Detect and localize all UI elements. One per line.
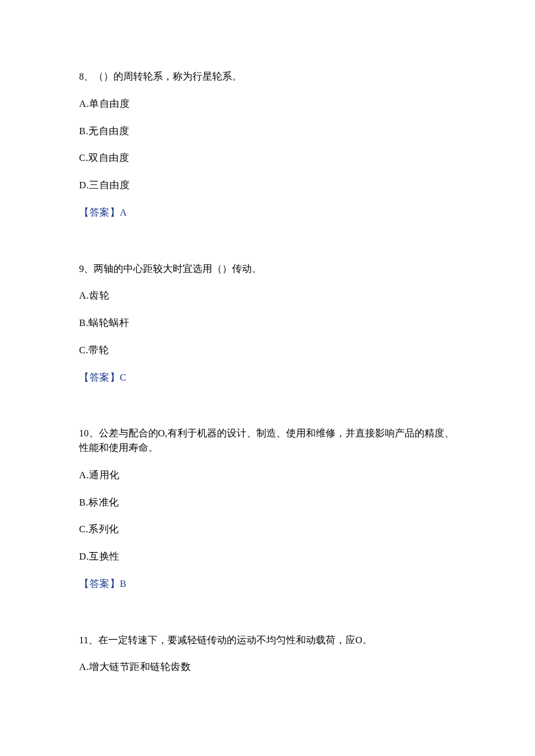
page: 8、（）的周转轮系，称为行星轮系。 A.单自由度 B.无自由度 C.双自由度 D… xyxy=(0,0,535,756)
answer-value: B xyxy=(120,578,127,589)
question-stem: 两轴的中心距较大时宜选用（）传动。 xyxy=(94,263,262,274)
option-b: B.无自由度 xyxy=(79,124,456,139)
option-label: D. xyxy=(79,180,89,191)
question-text: 8、（）的周转轮系，称为行星轮系。 xyxy=(79,70,456,84)
option-text: 标准化 xyxy=(88,497,119,508)
option-text: 互换性 xyxy=(89,551,120,562)
question-text: 9、两轴的中心距较大时宜选用（）传动。 xyxy=(79,262,456,277)
question-number: 11、 xyxy=(79,635,98,646)
question-11: 11、在一定转速下，要减轻链传动的运动不均匀性和动载荷，应O。 A.增大链节距和… xyxy=(79,633,456,675)
question-8: 8、（）的周转轮系，称为行星轮系。 A.单自由度 B.无自由度 C.双自由度 D… xyxy=(79,70,456,220)
option-d: D.三自由度 xyxy=(79,178,456,193)
question-number: 9、 xyxy=(79,263,94,274)
answer: 【答案】B xyxy=(79,577,456,592)
answer: 【答案】A xyxy=(79,206,456,220)
option-text: 增大链节距和链轮齿数 xyxy=(89,661,191,672)
option-label: C. xyxy=(79,152,88,163)
question-9: 9、两轴的中心距较大时宜选用（）传动。 A.齿轮 B.蜗轮蜗杆 C.带轮 【答案… xyxy=(79,262,456,385)
option-text: 三自由度 xyxy=(89,180,130,191)
option-label: A. xyxy=(79,661,89,672)
answer-label: 【答案】 xyxy=(79,207,120,218)
question-10: 10、公差与配合的O,有利于机器的设计、制造、使用和维修，并直接影响产品的精度、… xyxy=(79,427,456,591)
option-c: C.双自由度 xyxy=(79,151,456,166)
option-b: B.标准化 xyxy=(79,496,456,510)
answer-value: A xyxy=(120,207,127,218)
option-label: A. xyxy=(79,470,89,481)
option-b: B.蜗轮蜗杆 xyxy=(79,316,456,331)
option-text: 系列化 xyxy=(88,524,119,535)
option-c: C.系列化 xyxy=(79,522,456,537)
option-label: B. xyxy=(79,497,88,508)
question-number: 8、 xyxy=(79,71,94,82)
question-stem: 在一定转速下，要减轻链传动的运动不均匀性和动载荷，应O。 xyxy=(98,635,372,646)
option-label: B. xyxy=(79,317,88,328)
option-text: 双自由度 xyxy=(88,152,129,163)
option-text: 通用化 xyxy=(89,470,120,481)
option-label: A. xyxy=(79,290,89,301)
option-label: D. xyxy=(79,551,89,562)
option-label: A. xyxy=(79,98,89,109)
option-a: A.增大链节距和链轮齿数 xyxy=(79,660,456,675)
question-text: 11、在一定转速下，要减轻链传动的运动不均匀性和动载荷，应O。 xyxy=(79,633,456,648)
option-text: 蜗轮蜗杆 xyxy=(88,317,129,328)
option-a: A.通用化 xyxy=(79,468,456,483)
option-label: B. xyxy=(79,126,88,137)
question-stem: 公差与配合的O,有利于机器的设计、制造、使用和维修，并直接影响产品的精度、性能和… xyxy=(79,428,454,453)
answer: 【答案】C xyxy=(79,371,456,385)
question-number: 10、 xyxy=(79,428,99,439)
option-text: 单自由度 xyxy=(89,98,130,109)
option-text: 无自由度 xyxy=(88,126,129,137)
answer-label: 【答案】 xyxy=(79,578,120,589)
option-a: A.单自由度 xyxy=(79,97,456,112)
answer-value: C xyxy=(120,372,127,383)
option-label: C. xyxy=(79,524,88,535)
option-text: 带轮 xyxy=(88,345,109,356)
option-text: 齿轮 xyxy=(89,290,109,301)
question-stem: （）的周转轮系，称为行星轮系。 xyxy=(94,71,242,82)
option-label: C. xyxy=(79,345,88,356)
question-text: 10、公差与配合的O,有利于机器的设计、制造、使用和维修，并直接影响产品的精度、… xyxy=(79,427,456,456)
option-d: D.互换性 xyxy=(79,550,456,564)
option-c: C.带轮 xyxy=(79,343,456,358)
option-a: A.齿轮 xyxy=(79,289,456,303)
answer-label: 【答案】 xyxy=(79,372,120,383)
